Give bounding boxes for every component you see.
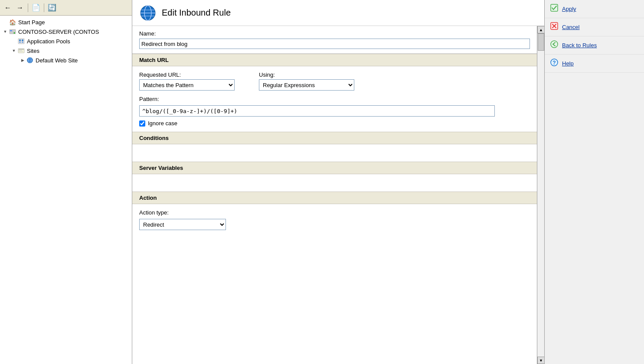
apply-label: Apply [562, 6, 576, 12]
svg-point-26 [551, 41, 558, 48]
start-page-label: Start Page [18, 19, 45, 26]
requested-url-select[interactable]: Matches the Pattern Does Not Match the P… [139, 79, 235, 91]
expand-app-pools [10, 38, 17, 45]
scroll-thumb[interactable] [538, 33, 544, 51]
main-content: Edit Inbound Rule Name: Match URL Reques… [132, 0, 544, 364]
server-vars-content [132, 174, 537, 192]
apply-icon [550, 3, 559, 14]
toolbar-divider-1 [28, 3, 28, 12]
sidebar-item-default-web[interactable]: ▶ Default Web Site [0, 55, 132, 65]
apply-action[interactable]: Apply [545, 0, 644, 18]
app-pools-label: Application Pools [27, 38, 70, 45]
help-label: Help [562, 60, 574, 67]
match-url-content: Requested URL: Matches the Pattern Does … [132, 66, 537, 132]
toolbar-btn-refresh[interactable]: 🔄 [47, 3, 57, 13]
action-content: Action type: Redirect Rewrite Custom Res… [132, 204, 537, 235]
sidebar-item-start-page[interactable]: 🏠 Start Page [0, 17, 132, 27]
page-header-icon [139, 4, 157, 22]
cancel-icon [550, 22, 559, 32]
page-header: Edit Inbound Rule [132, 0, 544, 26]
match-url-header[interactable]: Match URL [132, 54, 537, 66]
expand-server[interactable]: ▼ [2, 28, 9, 35]
ignore-case-checkbox[interactable] [139, 120, 145, 127]
name-label: Name: [139, 30, 530, 37]
cancel-action[interactable]: Cancel [545, 18, 644, 36]
url-row: Requested URL: Matches the Pattern Does … [139, 72, 530, 91]
app-pools-icon [17, 37, 25, 45]
sidebar-item-server[interactable]: ▼ CONTOSO-SERVER (CONTOS [0, 27, 132, 36]
expand-sites[interactable]: ▼ [10, 47, 17, 54]
svg-rect-6 [19, 42, 21, 43]
action-header[interactable]: Action [132, 192, 537, 204]
start-page-icon: 🏠 [9, 18, 16, 26]
action-type-group: Action type: Redirect Rewrite Custom Res… [139, 209, 530, 230]
sites-icon [17, 47, 25, 55]
help-icon: ? [550, 58, 559, 69]
conditions-header-label: Conditions [139, 135, 169, 141]
sidebar-tree: 🏠 Start Page ▼ CONTOSO-SERVER (CONTOS [0, 16, 132, 364]
sidebar-item-app-pools[interactable]: Application Pools [0, 36, 132, 46]
toolbar-btn-up[interactable]: 📄 [31, 3, 41, 13]
server-label: CONTOSO-SERVER (CONTOS [18, 29, 99, 35]
pattern-label: Pattern: [139, 96, 530, 102]
svg-rect-9 [19, 49, 24, 50]
sites-label: Sites [27, 48, 39, 54]
match-url-header-label: Match URL [139, 57, 169, 63]
form-area: Name: Match URL Requested URL: Matches t… [132, 26, 537, 364]
toolbar-btn-back[interactable]: ← [3, 3, 13, 13]
action-type-label: Action type: [139, 209, 530, 216]
cancel-label: Cancel [562, 24, 579, 30]
svg-rect-4 [19, 39, 21, 41]
using-select[interactable]: Regular Expressions Wildcards Exact Matc… [259, 79, 354, 91]
svg-rect-1 [10, 30, 12, 31]
name-input[interactable] [139, 39, 530, 49]
using-group: Using: Regular Expressions Wildcards Exa… [259, 72, 354, 91]
sidebar-item-sites[interactable]: ▼ Sites [0, 46, 132, 55]
svg-text:?: ? [552, 60, 556, 66]
right-panel: Apply Cancel Back to Rules [544, 0, 644, 364]
svg-rect-10 [19, 50, 22, 51]
form-scroll-container: Name: Match URL Requested URL: Matches t… [132, 26, 544, 364]
scroll-up-btn[interactable]: ▲ [537, 26, 544, 33]
using-label: Using: [259, 72, 354, 78]
expand-start-page [2, 19, 9, 26]
scroll-down-btn[interactable]: ▼ [537, 357, 544, 364]
toolbar-divider-2 [44, 3, 44, 12]
name-section: Name: [132, 26, 537, 54]
sidebar: ← → 📄 🔄 🏠 Start Page ▼ CONTOSO-SERVER (C… [0, 0, 132, 364]
svg-rect-5 [22, 39, 23, 41]
requested-url-label: Requested URL: [139, 72, 235, 78]
conditions-content [132, 144, 537, 162]
right-panel-actions: Apply Cancel Back to Rules [545, 0, 644, 73]
toolbar-btn-forward[interactable]: → [15, 3, 25, 13]
default-web-label: Default Web Site [36, 57, 78, 64]
svg-rect-11 [19, 51, 23, 52]
server-variables-header[interactable]: Server Variables [132, 162, 537, 174]
requested-url-group: Requested URL: Matches the Pattern Does … [139, 72, 235, 91]
help-action[interactable]: ? Help [545, 55, 644, 73]
back-to-rules-label: Back to Rules [562, 42, 597, 49]
vertical-scrollbar[interactable]: ▲ ▼ [537, 26, 544, 364]
pattern-group: Pattern: [139, 96, 530, 117]
back-to-rules-icon [550, 40, 559, 51]
page-title: Edit Inbound Rule [162, 8, 231, 18]
ignore-case-label: Ignore case [148, 120, 177, 127]
svg-rect-7 [22, 42, 23, 43]
server-icon [9, 28, 16, 36]
scroll-track[interactable] [537, 33, 544, 357]
pattern-input[interactable] [139, 105, 495, 117]
back-to-rules-action[interactable]: Back to Rules [545, 36, 644, 55]
expand-default-web[interactable]: ▶ [19, 57, 26, 64]
action-header-label: Action [139, 195, 157, 201]
ignore-case-row: Ignore case [139, 120, 530, 127]
svg-point-2 [14, 32, 15, 34]
default-web-icon [26, 56, 34, 64]
server-variables-header-label: Server Variables [139, 165, 183, 171]
action-type-select[interactable]: Redirect Rewrite Custom Response Abort R… [139, 219, 226, 230]
conditions-header[interactable]: Conditions [132, 132, 537, 144]
sidebar-toolbar: ← → 📄 🔄 [0, 0, 132, 16]
